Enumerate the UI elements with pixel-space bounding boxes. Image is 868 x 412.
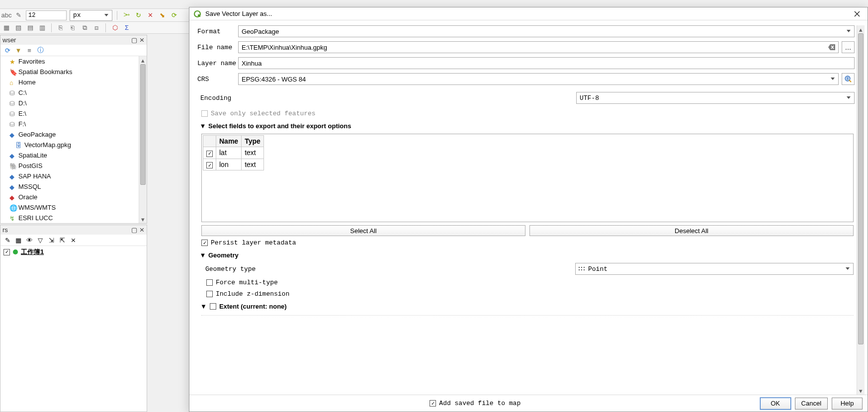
abc-icon[interactable]: abc xyxy=(2,11,11,20)
visibility-icon[interactable]: 👁 xyxy=(25,236,33,244)
stats-icon[interactable]: Σ xyxy=(122,23,131,32)
delete-icon[interactable]: ✕ xyxy=(146,11,155,20)
browser-item[interactable]: 🐘PostGIS xyxy=(0,161,139,171)
move-icon[interactable]: ⭃ xyxy=(122,11,131,20)
browser-item[interactable]: ◆GeoPackage xyxy=(0,129,139,140)
force-multi-row[interactable]: Force multi-type xyxy=(205,277,855,288)
force-multi-checkbox[interactable] xyxy=(206,279,213,286)
xy-icon[interactable]: ⬊ xyxy=(158,11,167,20)
copy-layer-icon[interactable]: ⧉ xyxy=(80,23,89,32)
expand-icon[interactable]: ⇲ xyxy=(47,236,55,244)
filter-legend-icon[interactable]: ▽ xyxy=(36,236,44,244)
extent-section-header[interactable]: ▼ Extent (current: none) xyxy=(200,303,855,310)
extent-enable-checkbox[interactable] xyxy=(210,303,216,310)
fields-section-header[interactable]: ▼ Select fields to export and their expo… xyxy=(200,122,855,130)
browser-item[interactable]: ★Favorites xyxy=(0,56,139,67)
cancel-button[interactable]: Cancel xyxy=(795,398,828,410)
dialog-close-button[interactable] xyxy=(851,7,864,20)
copy-style-icon[interactable]: ⎘ xyxy=(56,23,65,32)
fields-header-type: Type xyxy=(242,136,264,147)
fields-table[interactable]: Name Type lattextlontext xyxy=(203,135,264,170)
filename-input[interactable]: E:\TEMP\Xinhua\Xinhua.gpkg xyxy=(238,41,839,53)
field-row[interactable]: lontext xyxy=(203,159,264,170)
layer-row[interactable]: 工作簿1 xyxy=(0,246,147,258)
geometry-section-header[interactable]: ▼ Geometry xyxy=(200,251,855,259)
persist-metadata-checkbox[interactable] xyxy=(201,240,208,246)
panel-undock-icon[interactable]: ▢ xyxy=(131,226,137,234)
crs-select-button[interactable] xyxy=(842,73,855,85)
pin-icon[interactable]: ⟳ xyxy=(170,11,178,20)
panel-close-icon[interactable]: ⨯ xyxy=(139,36,145,44)
info-icon[interactable]: ⓘ xyxy=(36,46,44,54)
left-side-panels: wser ▢ ⨯ ⟳ ▼ ≡ ⓘ ★Favorites🔖Spatial Book… xyxy=(0,35,147,412)
layer-icon[interactable]: ▦ xyxy=(2,23,11,32)
browser-item[interactable]: ◆Oracle xyxy=(0,192,139,202)
browser-item[interactable]: 🗄VectorMap.gpkg xyxy=(0,140,139,150)
layer-visibility-checkbox[interactable] xyxy=(3,249,10,255)
panel-close-icon[interactable]: ⨯ xyxy=(139,226,145,234)
layername-label: Layer name xyxy=(197,60,238,67)
collapse-icon[interactable]: ≡ xyxy=(25,46,33,54)
paste-layer-icon[interactable]: ⧈ xyxy=(92,23,101,32)
help-button[interactable]: Help xyxy=(832,398,863,410)
browser-item[interactable]: ◆SpatiaLite xyxy=(0,150,139,161)
field-checkbox[interactable] xyxy=(206,162,213,168)
edit-node-icon[interactable]: ✎ xyxy=(14,11,23,20)
browser-item[interactable]: ⌂Home xyxy=(0,77,139,87)
browser-item[interactable]: 🌐WMS/WMTS xyxy=(0,202,139,213)
scroll-down-icon[interactable]: ▾ xyxy=(139,215,147,223)
browser-item-label: MSSQL xyxy=(18,183,41,190)
layer-name-label[interactable]: 工作簿1 xyxy=(21,247,44,256)
layername-input[interactable]: Xinhua xyxy=(238,57,855,69)
deselect-all-button[interactable]: Deselect All xyxy=(529,225,854,236)
add-to-map-checkbox[interactable] xyxy=(430,400,436,407)
format-value: GeoPackage xyxy=(242,28,279,35)
font-size-input[interactable] xyxy=(26,10,67,20)
scroll-up-icon[interactable]: ▴ xyxy=(857,25,865,33)
encoding-combo[interactable]: UTF-8 xyxy=(576,92,855,104)
ok-button[interactable]: OK xyxy=(760,398,791,410)
browser-item[interactable]: ⛁F:\ xyxy=(0,119,139,129)
layer-stack-icon[interactable]: ▥ xyxy=(38,23,47,32)
select-all-button[interactable]: Select All xyxy=(201,225,525,236)
unit-combo[interactable]: px xyxy=(70,10,112,21)
clear-text-icon[interactable] xyxy=(827,43,836,51)
include-z-row[interactable]: Include z-dimension xyxy=(205,288,855,300)
browse-button[interactable]: … xyxy=(842,41,855,53)
field-row[interactable]: lattext xyxy=(203,147,264,159)
rotate-icon[interactable]: ↻ xyxy=(134,11,143,20)
filter-icon[interactable]: ▼ xyxy=(14,46,22,54)
browser-item[interactable]: ⛁C:\ xyxy=(0,87,139,98)
format-combo[interactable]: GeoPackage xyxy=(238,25,855,37)
browser-scrollbar[interactable]: ▴ ▾ xyxy=(139,56,147,223)
panel-undock-icon[interactable]: ▢ xyxy=(131,36,137,44)
add-group-icon[interactable]: ▦ xyxy=(14,236,22,244)
browser-tree[interactable]: ★Favorites🔖Spatial Bookmarks⌂Home⛁C:\⛁D:… xyxy=(0,56,139,223)
layer-add-icon[interactable]: ▧ xyxy=(14,23,23,32)
scroll-down-icon[interactable]: ▾ xyxy=(857,387,865,395)
refresh-icon[interactable]: ⟳ xyxy=(3,46,11,54)
crs-combo[interactable]: EPSG:4326 - WGS 84 xyxy=(238,73,839,85)
remove-layer-icon[interactable]: ⨯ xyxy=(69,236,77,244)
browser-item[interactable]: ⛁D:\ xyxy=(0,98,139,108)
dialog-titlebar[interactable]: Save Vector Layer as... xyxy=(189,7,868,20)
browser-item[interactable]: ⛁E:\ xyxy=(0,108,139,119)
browser-item[interactable]: ↯ESRI LUCC xyxy=(0,213,139,223)
chevron-down-icon xyxy=(844,27,853,36)
browser-item[interactable]: ◆MSSQL xyxy=(0,181,139,192)
include-z-checkbox[interactable] xyxy=(206,291,213,297)
scroll-up-icon[interactable]: ▴ xyxy=(139,56,147,64)
processing-icon[interactable]: ⬡ xyxy=(110,23,119,32)
dialog-scrollbar[interactable]: ▴ ▾ xyxy=(857,25,865,395)
add-to-map-row[interactable]: Add saved file to map xyxy=(430,400,521,407)
browser-item[interactable]: ◆SAP HANA xyxy=(0,171,139,181)
field-checkbox[interactable] xyxy=(206,151,213,157)
style-icon[interactable]: ✎ xyxy=(3,236,11,244)
browser-item[interactable]: 🔖Spatial Bookmarks xyxy=(0,67,139,77)
geom-type-combo[interactable]: Point xyxy=(575,263,854,275)
force-multi-label: Force multi-type xyxy=(216,279,278,286)
persist-metadata-row[interactable]: Persist layer metadata xyxy=(200,237,855,248)
collapse-all-icon[interactable]: ⇱ xyxy=(58,236,66,244)
layer-group-icon[interactable]: ▤ xyxy=(26,23,35,32)
paste-style-icon[interactable]: ⎗ xyxy=(68,23,77,32)
